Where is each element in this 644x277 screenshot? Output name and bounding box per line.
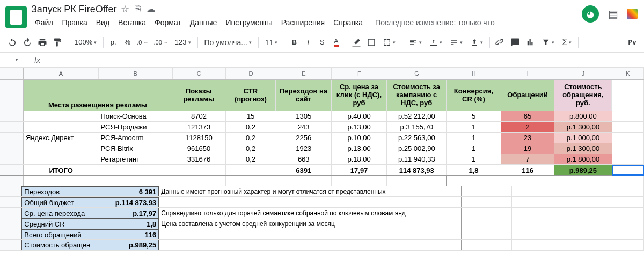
cell[interactable]: 0,2 bbox=[226, 133, 276, 143]
cell[interactable]: р.18,00 bbox=[332, 154, 387, 164]
total-cell[interactable]: 17,97 bbox=[332, 165, 387, 175]
cell[interactable]: 8702 bbox=[172, 111, 226, 121]
formula-input[interactable] bbox=[45, 56, 644, 64]
increase-decimal-button[interactable]: .00 → bbox=[151, 35, 170, 49]
cell[interactable]: 663 bbox=[276, 154, 332, 164]
summary-val[interactable]: 116 bbox=[91, 229, 159, 239]
cell[interactable]: р.40,00 bbox=[332, 111, 387, 121]
cloud-icon[interactable]: ☁ bbox=[146, 3, 156, 15]
summary-key[interactable]: Переходов bbox=[21, 186, 91, 196]
cell[interactable]: 1305 bbox=[276, 111, 332, 121]
undo-button[interactable] bbox=[5, 35, 19, 49]
col-header[interactable]: D bbox=[226, 68, 276, 79]
cell[interactable]: 1 bbox=[447, 133, 501, 143]
col-header[interactable]: E bbox=[276, 68, 332, 79]
functions-button[interactable]: Σ bbox=[559, 35, 575, 49]
cell[interactable]: 23 bbox=[501, 133, 555, 143]
cell[interactable]: 19 bbox=[501, 143, 555, 154]
menu-insert[interactable]: Вставка bbox=[114, 16, 150, 29]
row-number[interactable] bbox=[0, 208, 21, 218]
header-cell[interactable]: Места размещения рекламы bbox=[24, 80, 172, 111]
rotate-button[interactable] bbox=[467, 35, 486, 49]
cell[interactable]: р.13,00 bbox=[332, 122, 387, 132]
header-cell[interactable]: CTR (прогноз) bbox=[225, 80, 276, 111]
avatar[interactable]: ◕ bbox=[582, 5, 599, 23]
paint-format-button[interactable] bbox=[50, 35, 64, 49]
star-icon[interactable]: ☆ bbox=[121, 3, 129, 15]
cell[interactable]: 2 bbox=[501, 122, 555, 132]
note-cell[interactable]: Данные имеют прогнозный характер и могут… bbox=[159, 186, 406, 196]
cell[interactable] bbox=[24, 143, 99, 154]
zoom-dropdown[interactable]: 100% bbox=[71, 35, 100, 49]
summary-val[interactable]: р.114 873,93 bbox=[91, 197, 159, 207]
cell[interactable] bbox=[612, 133, 645, 143]
menu-file[interactable]: Файл bbox=[31, 16, 57, 29]
header-cell[interactable]: Обращений bbox=[501, 80, 555, 111]
summary-key[interactable]: Общий бюджет bbox=[21, 197, 91, 207]
cell[interactable] bbox=[226, 165, 276, 175]
total-cell[interactable]: 114 873,93 bbox=[387, 165, 447, 175]
total-cell[interactable]: 116 bbox=[501, 165, 555, 175]
chart-button[interactable] bbox=[523, 35, 537, 49]
cell[interactable]: р.13,00 bbox=[332, 143, 387, 154]
summary-key[interactable]: Средний CR bbox=[21, 218, 91, 229]
cell[interactable] bbox=[612, 111, 645, 121]
total-cell[interactable]: 6391 bbox=[276, 165, 332, 175]
cell[interactable]: 1 bbox=[447, 122, 501, 132]
menu-view[interactable]: Вид bbox=[92, 16, 113, 29]
number-format-dropdown[interactable]: 123 bbox=[172, 35, 194, 49]
cell[interactable] bbox=[612, 80, 644, 111]
header-cell[interactable]: Стоимость за кампанию с НДС, руб bbox=[387, 80, 447, 111]
row-number[interactable] bbox=[0, 111, 24, 121]
cell[interactable]: 0,2 bbox=[226, 122, 276, 132]
valign-button[interactable] bbox=[426, 35, 445, 49]
font-size-dropdown[interactable]: 11 bbox=[262, 35, 281, 49]
cell[interactable] bbox=[172, 165, 226, 175]
col-header[interactable]: J bbox=[554, 68, 612, 79]
col-header[interactable]: B bbox=[99, 68, 173, 79]
cell[interactable]: РСЯ-Amocrm bbox=[98, 133, 172, 143]
doc-title[interactable]: Запуск РК FireOffer bbox=[31, 4, 116, 15]
summary-val[interactable]: 6 391 bbox=[91, 186, 159, 196]
col-header[interactable]: K bbox=[612, 68, 644, 79]
decrease-decimal-button[interactable]: .0 ← bbox=[135, 35, 150, 49]
sheets-logo[interactable] bbox=[5, 6, 27, 28]
spreadsheet-grid[interactable]: A B C D E F G H I J K Места размещения р… bbox=[0, 68, 644, 251]
row-number[interactable] bbox=[0, 80, 24, 111]
fill-color-button[interactable] bbox=[349, 35, 363, 49]
row-number[interactable] bbox=[0, 229, 21, 239]
wrap-button[interactable] bbox=[447, 35, 466, 49]
header-cell[interactable]: Ср. цена за клик (с НДС), руб bbox=[332, 80, 387, 111]
col-header[interactable]: F bbox=[332, 68, 387, 79]
last-edit-link[interactable]: Последнее изменение: только что bbox=[375, 18, 495, 27]
apps-icon[interactable] bbox=[627, 9, 638, 19]
comment-button[interactable] bbox=[508, 35, 522, 49]
cell[interactable] bbox=[98, 165, 172, 175]
menu-help[interactable]: Справка bbox=[330, 16, 367, 29]
cell[interactable]: р.1 300,00 bbox=[554, 122, 612, 132]
comments-icon[interactable]: ▤ bbox=[606, 8, 619, 20]
print-button[interactable] bbox=[35, 35, 49, 49]
percent-button[interactable]: % bbox=[121, 35, 134, 49]
cell[interactable]: РСЯ-Продажи bbox=[98, 122, 172, 132]
cell[interactable]: р.25 002,90 bbox=[387, 143, 447, 154]
note-cell[interactable]: Цена составлена с учетом средней конкуре… bbox=[159, 218, 406, 229]
header-cell[interactable]: Стоимость обращения, руб. bbox=[554, 80, 612, 111]
cell[interactable]: р.1 800,00 bbox=[554, 154, 612, 164]
col-header[interactable]: A bbox=[24, 68, 99, 79]
text-color-button[interactable]: A bbox=[330, 35, 342, 49]
cell[interactable]: 331676 bbox=[172, 154, 226, 164]
cell[interactable] bbox=[612, 154, 645, 164]
name-box[interactable] bbox=[0, 53, 30, 67]
row-number[interactable] bbox=[0, 176, 24, 186]
menu-edit[interactable]: Правка bbox=[58, 16, 91, 29]
filter-button[interactable] bbox=[538, 35, 558, 49]
summary-val[interactable]: 1,8 bbox=[91, 218, 159, 229]
cell[interactable]: р.1 000,00 bbox=[554, 133, 612, 143]
cell[interactable] bbox=[612, 143, 645, 154]
cell[interactable]: Поиск-Основа bbox=[98, 111, 172, 121]
summary-key[interactable]: Ср. цена перехода bbox=[21, 208, 91, 218]
menu-tools[interactable]: Инструменты bbox=[222, 16, 276, 29]
total-cell[interactable]: 1,8 bbox=[447, 165, 501, 175]
note-cell[interactable] bbox=[159, 229, 406, 239]
